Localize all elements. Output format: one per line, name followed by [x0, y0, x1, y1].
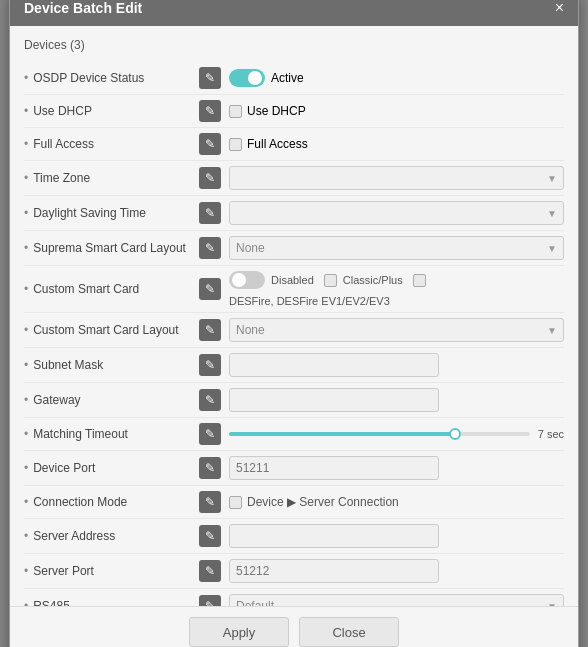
row-matching-timeout: • Matching Timeout 7 sec	[24, 418, 564, 451]
pencil-icon	[205, 564, 215, 578]
pencil-icon	[205, 358, 215, 372]
full-access-value-label: Full Access	[247, 137, 308, 151]
pencil-icon	[205, 71, 215, 85]
dialog-title: Device Batch Edit	[24, 0, 142, 16]
edit-matching-timeout-button[interactable]	[199, 423, 221, 445]
row-connection-mode: • Connection Mode Device ▶ Server Connec…	[24, 486, 564, 519]
edit-server-address-button[interactable]	[199, 525, 221, 547]
row-use-dhcp: • Use DHCP Use DHCP	[24, 95, 564, 128]
edit-full-access-button[interactable]	[199, 133, 221, 155]
server-port-input[interactable]	[229, 559, 439, 583]
osdp-active-toggle[interactable]	[229, 69, 265, 87]
chevron-down-icon: ▼	[547, 173, 557, 184]
edit-custom-smart-card-layout-button[interactable]	[199, 319, 221, 341]
edit-daylight-saving-time-button[interactable]	[199, 202, 221, 224]
dialog-body: Devices (3) • OSDP Device Status Active	[10, 26, 578, 606]
edit-server-port-button[interactable]	[199, 560, 221, 582]
bullet: •	[24, 137, 28, 151]
rs485-value: Default	[236, 599, 274, 606]
apply-button[interactable]: Apply	[189, 617, 289, 647]
edit-custom-smart-card-button[interactable]	[199, 278, 221, 300]
row-daylight-saving-time: • Daylight Saving Time ▼	[24, 196, 564, 231]
desfire-label: DESFire, DESFire EV1/EV2/EV3	[229, 295, 390, 307]
row-server-address: • Server Address	[24, 519, 564, 554]
desfire-checkbox[interactable]	[413, 274, 426, 287]
custom-smart-card-layout-label: Custom Smart Card Layout	[33, 323, 178, 337]
bullet: •	[24, 529, 28, 543]
rs485-dropdown[interactable]: Default ▼	[229, 594, 564, 606]
pencil-icon	[205, 104, 215, 118]
slider-fill	[229, 432, 455, 436]
device-port-label: Device Port	[33, 461, 95, 475]
full-access-checkbox[interactable]	[229, 138, 242, 151]
pencil-icon	[205, 171, 215, 185]
edit-suprema-smart-card-layout-button[interactable]	[199, 237, 221, 259]
custom-smart-card-layout-value: None	[236, 323, 265, 337]
dialog-header: Device Batch Edit ×	[10, 0, 578, 26]
row-time-zone: • Time Zone ▼	[24, 161, 564, 196]
connection-mode-value: Device ▶ Server Connection	[247, 495, 399, 509]
subnet-mask-label: Subnet Mask	[33, 358, 103, 372]
pencil-icon	[205, 137, 215, 151]
time-zone-label: Time Zone	[33, 171, 90, 185]
device-batch-edit-dialog: Device Batch Edit × Devices (3) • OSDP D…	[9, 0, 579, 647]
bullet: •	[24, 461, 28, 475]
matching-timeout-slider-track	[229, 432, 530, 436]
daylight-saving-time-dropdown[interactable]: ▼	[229, 201, 564, 225]
bullet: •	[24, 206, 28, 220]
bullet: •	[24, 171, 28, 185]
custom-smart-card-toggle[interactable]	[229, 271, 265, 289]
matching-timeout-value: 7 sec	[538, 428, 564, 440]
pencil-icon	[205, 206, 215, 220]
server-address-input[interactable]	[229, 524, 439, 548]
chevron-down-icon: ▼	[547, 243, 557, 254]
bullet: •	[24, 323, 28, 337]
edit-gateway-button[interactable]	[199, 389, 221, 411]
row-osdp-device-status: • OSDP Device Status Active	[24, 62, 564, 95]
edit-connection-mode-button[interactable]	[199, 491, 221, 513]
use-dhcp-value-label: Use DHCP	[247, 104, 306, 118]
gateway-label: Gateway	[33, 393, 80, 407]
chevron-down-icon: ▼	[547, 601, 557, 607]
edit-time-zone-button[interactable]	[199, 167, 221, 189]
connection-mode-checkbox[interactable]	[229, 496, 242, 509]
bullet: •	[24, 564, 28, 578]
edit-osdp-device-status-button[interactable]	[199, 67, 221, 89]
dialog-footer: Apply Close	[10, 606, 578, 647]
subnet-mask-input[interactable]	[229, 353, 439, 377]
gateway-input[interactable]	[229, 388, 439, 412]
close-button[interactable]: Close	[299, 617, 399, 647]
edit-rs485-button[interactable]	[199, 595, 221, 606]
suprema-smart-card-layout-dropdown[interactable]: None ▼	[229, 236, 564, 260]
custom-smart-card-label: Custom Smart Card	[33, 282, 139, 296]
pencil-icon	[205, 599, 215, 606]
edit-device-port-button[interactable]	[199, 457, 221, 479]
use-dhcp-label: Use DHCP	[33, 104, 92, 118]
toggle-knob	[232, 273, 246, 287]
close-icon[interactable]: ×	[555, 0, 564, 16]
bullet: •	[24, 358, 28, 372]
use-dhcp-checkbox[interactable]	[229, 105, 242, 118]
pencil-icon	[205, 282, 215, 296]
classic-plus-label: Classic/Plus	[343, 274, 403, 286]
row-gateway: • Gateway	[24, 383, 564, 418]
device-port-input[interactable]	[229, 456, 439, 480]
chevron-down-icon: ▼	[547, 325, 557, 336]
slider-knob[interactable]	[449, 428, 461, 440]
time-zone-dropdown[interactable]: ▼	[229, 166, 564, 190]
devices-count-label: Devices (3)	[24, 38, 564, 52]
edit-subnet-mask-button[interactable]	[199, 354, 221, 376]
chevron-down-icon: ▼	[547, 208, 557, 219]
bullet: •	[24, 599, 28, 606]
row-full-access: • Full Access Full Access	[24, 128, 564, 161]
osdp-device-status-label: OSDP Device Status	[33, 71, 144, 85]
classic-plus-checkbox[interactable]	[324, 274, 337, 287]
custom-smart-card-layout-dropdown[interactable]: None ▼	[229, 318, 564, 342]
connection-mode-label: Connection Mode	[33, 495, 127, 509]
row-custom-smart-card: • Custom Smart Card Disabled Classic/Plu…	[24, 266, 564, 313]
bullet: •	[24, 427, 28, 441]
osdp-active-label: Active	[271, 71, 304, 85]
pencil-icon	[205, 529, 215, 543]
edit-use-dhcp-button[interactable]	[199, 100, 221, 122]
rs485-label: RS485	[33, 599, 70, 606]
